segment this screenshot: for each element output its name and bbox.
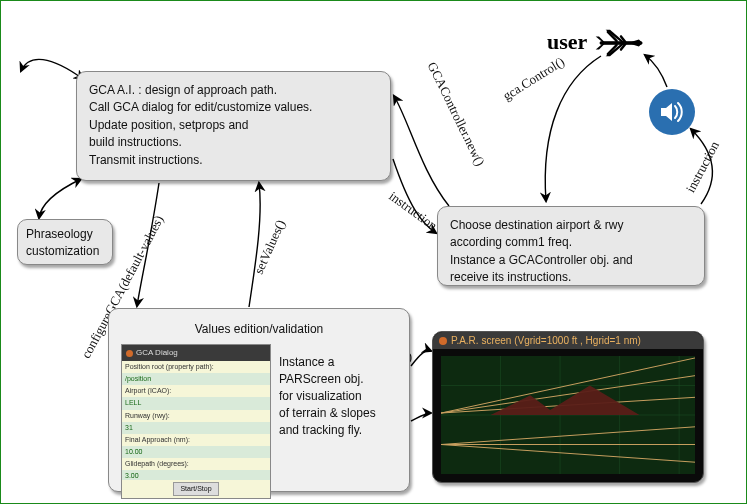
dialog-row-value: LELL	[122, 397, 270, 409]
speaker-icon	[649, 89, 695, 135]
user-label: user	[547, 29, 587, 55]
ai-line: Transmit instructions.	[89, 152, 378, 169]
ai-line: Call GCA dialog for edit/customize value…	[89, 99, 378, 116]
dialog-row-label: Glidepath (degrees):	[122, 458, 270, 470]
edge-instruction-2: instruction	[683, 139, 723, 196]
par-body	[441, 356, 695, 474]
ai-line: GCA A.I. : design of approach path.	[89, 82, 378, 99]
choose-line: according comm1 freq.	[450, 234, 692, 251]
dialog-footer: Start/Stop	[122, 480, 270, 498]
airplane-icon	[596, 30, 641, 56]
dialog-row-label: Final Approach (nm):	[122, 434, 270, 446]
diagram-canvas: user	[0, 0, 747, 504]
start-stop-button[interactable]: Start/Stop	[173, 482, 218, 496]
par-titlebar: P.A.R. screen (Vgrid=1000 ft , Hgrid=1 n…	[433, 332, 703, 349]
choose-line: Instance a GCAController obj. and	[450, 252, 692, 269]
ai-line: Update position, setprops and	[89, 117, 378, 134]
values-desc-line: for visualization	[279, 388, 397, 405]
phrase-line: Phraseology	[26, 226, 104, 243]
dialog-row-label: Airport (ICAO):	[122, 385, 270, 397]
close-icon	[439, 337, 447, 345]
phraseology-box: Phraseology customization	[17, 219, 113, 265]
choose-line: receive its instructions.	[450, 269, 692, 286]
close-icon	[126, 350, 133, 357]
edge-instruction-1: instruction	[386, 188, 440, 234]
ai-line: build instructions.	[89, 134, 378, 151]
dialog-row-value: /position	[122, 373, 270, 385]
dialog-row-value: 31	[122, 422, 270, 434]
values-box: Values edition/validation GCA Dialog Pos…	[108, 308, 410, 492]
dialog-title: GCA Dialog	[136, 347, 178, 359]
dialog-titlebar: GCA Dialog	[122, 345, 270, 361]
dialog-row-value: 3.00	[122, 470, 270, 480]
values-desc-line: PARScreen obj.	[279, 371, 397, 388]
values-desc-line: of terrain & slopes	[279, 405, 397, 422]
gca-ai-box: GCA A.I. : design of approach path. Call…	[76, 71, 391, 181]
values-description: Instance a PARScreen obj. for visualizat…	[279, 344, 397, 499]
dialog-row-label: Position root (property path):	[122, 361, 270, 373]
edge-setvalues-1: setValues()	[251, 217, 289, 276]
dialog-row-value: 10.00	[122, 446, 270, 458]
par-screen: P.A.R. screen (Vgrid=1000 ft , Hgrid=1 n…	[432, 331, 704, 483]
choose-line: Choose destination airport & rwy	[450, 217, 692, 234]
svg-line-11	[441, 445, 695, 463]
dialog-rows: Position root (property path): /position…	[122, 361, 270, 480]
values-title: Values edition/validation	[121, 321, 397, 338]
values-desc-line: and tracking fly.	[279, 422, 397, 439]
gca-dialog-mock: GCA Dialog Position root (property path)…	[121, 344, 271, 499]
values-desc-line: Instance a	[279, 354, 397, 371]
dialog-row-label: Runway (rwy):	[122, 410, 270, 422]
edge-controller-new: GCAController.new()	[424, 59, 488, 168]
edge-gca-control: gca.Control()	[500, 54, 568, 104]
svg-line-10	[441, 427, 695, 445]
phrase-line: customization	[26, 243, 104, 260]
choose-box: Choose destination airport & rwy accordi…	[437, 206, 705, 286]
par-title: P.A.R. screen (Vgrid=1000 ft , Hgrid=1 n…	[451, 335, 641, 346]
